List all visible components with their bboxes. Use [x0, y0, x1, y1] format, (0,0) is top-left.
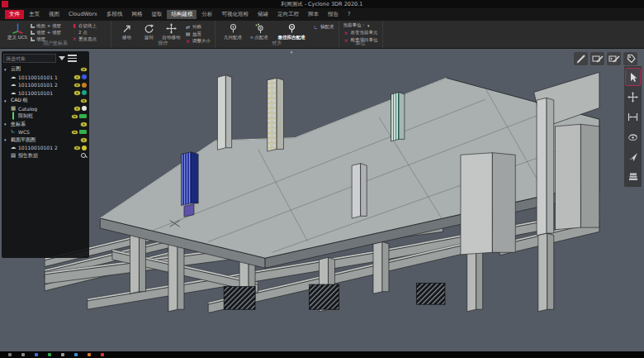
tab-mesh[interactable]: 网格 — [127, 10, 146, 19]
ucs-wall-wall-button[interactable]: 墙壁 + 墙壁 — [31, 29, 70, 36]
geometric-registration-button[interactable]: 几何配准 — [220, 22, 246, 41]
taskbar-icon[interactable] — [101, 353, 104, 356]
move-button[interactable]: 移动 — [116, 22, 138, 41]
visibility-eye-icon[interactable] — [81, 68, 87, 72]
taskbar-icon[interactable] — [48, 353, 51, 356]
tree-item-section-cloud[interactable]: 10110010101 2 — [3, 144, 88, 152]
filter-objects-input[interactable] — [3, 54, 56, 63]
tab-help[interactable]: ? — [343, 10, 354, 19]
filter-icon[interactable] — [59, 56, 65, 60]
auto-move-icon — [166, 23, 177, 34]
tree-item-cloud-1[interactable]: 10110010101 1 — [3, 74, 88, 82]
tag-button[interactable] — [623, 52, 637, 65]
visibility-eye-icon[interactable] — [74, 146, 80, 150]
collapse-caret-icon[interactable] — [4, 122, 9, 126]
magnifier-icon[interactable] — [81, 153, 87, 159]
tab-cloudworx[interactable]: CloudWorx — [64, 10, 102, 19]
color-dot[interactable] — [82, 74, 87, 79]
orbit-tool-button[interactable] — [625, 127, 641, 146]
tab-structure-modeling[interactable]: 结构建模 — [167, 10, 197, 19]
ribbon-group-label: 用户坐标系 — [0, 40, 111, 47]
color-dot[interactable] — [82, 83, 87, 88]
taskbar-icon[interactable] — [61, 353, 64, 356]
tab-polylines[interactable]: 多段线 — [102, 10, 127, 19]
visibility-eye-icon[interactable] — [81, 138, 87, 142]
mirror-button[interactable]: 对称 — [185, 24, 211, 30]
tree-item-report-data[interactable]: 报告数据 — [3, 152, 88, 160]
mirror-icon — [185, 25, 191, 30]
label-edit-alt-button[interactable] — [607, 52, 621, 65]
annotation-toolbar — [574, 52, 637, 65]
tab-file[interactable]: 文件 — [5, 10, 24, 19]
taskbar-icon[interactable] — [35, 353, 38, 356]
color-swatch[interactable] — [79, 114, 87, 118]
visibility-eye-icon[interactable] — [74, 84, 80, 88]
ucs-ground-wall-button[interactable]: 地面 + 墙壁 — [31, 22, 70, 29]
cloud-icon — [10, 90, 17, 96]
tree-group-clouds[interactable]: 云图 — [3, 65, 88, 74]
rotate-button[interactable]: 旋转 — [138, 22, 160, 41]
taskbar-icon[interactable] — [21, 353, 25, 356]
color-dot[interactable] — [82, 106, 87, 111]
os-taskbar[interactable] — [0, 351, 644, 358]
label-edit-button[interactable] — [590, 52, 604, 65]
ucs-on-cut-button[interactable]: 在切块上 — [72, 22, 107, 29]
menu-icon[interactable] — [68, 55, 77, 62]
tree-group-coordinate-systems[interactable]: 坐标系 — [3, 121, 88, 129]
collapse-caret-icon[interactable] — [4, 98, 9, 103]
ucs-two-points-button[interactable]: 2 点 — [72, 29, 107, 36]
tree-group-cad[interactable]: CAD 组 — [3, 97, 88, 105]
tab-alignment-engineering[interactable]: 定向工程 — [273, 10, 303, 19]
define-ucs-button[interactable]: 定义 UCS — [4, 22, 31, 41]
n-point-registration-button[interactable]: n 点配准 — [246, 22, 272, 41]
color-dot[interactable] — [82, 146, 87, 150]
visibility-eye-icon[interactable] — [72, 131, 78, 135]
tree-item-cloud-3[interactable]: 10110010101 — [3, 89, 88, 98]
change-current-unit-button[interactable]: 改变当前单元 — [343, 30, 378, 36]
taskbar-icon[interactable] — [74, 353, 78, 356]
visibility-eye-icon[interactable] — [74, 75, 80, 79]
tree-item-limit-box[interactable]: 限制框 — [3, 112, 88, 121]
visibility-eye-icon[interactable] — [81, 99, 87, 103]
current-unit-dropdown[interactable]: 当前单位： — [343, 22, 378, 28]
visibility-eye-icon[interactable] — [81, 122, 87, 126]
tree-item-wcs[interactable]: WCS — [3, 128, 88, 136]
ribbon: 定义 UCS 地面 + 墙壁 在切块上 墙壁 + 墙壁 2 点 墙壁 更改原点 … — [0, 21, 644, 49]
place-button[interactable]: 放置 — [185, 31, 211, 37]
axis-icon — [10, 129, 17, 135]
tree-group-label: 截面平面图 — [11, 136, 79, 144]
color-dot[interactable] — [82, 90, 87, 95]
tab-visual-inspection[interactable]: 可视化巡检 — [217, 10, 253, 19]
auto-move-button[interactable]: 自动移动 — [160, 22, 182, 41]
select-tool-button[interactable] — [625, 68, 641, 86]
visibility-eye-icon[interactable] — [74, 91, 80, 95]
tab-tank[interactable]: 储罐 — [253, 10, 272, 19]
rotate-icon — [144, 23, 154, 34]
ribbon-group-ucs: 定义 UCS 地面 + 墙壁 在切块上 墙壁 + 墙壁 2 点 墙壁 更改原点 … — [0, 21, 111, 48]
color-swatch[interactable] — [79, 130, 87, 134]
tree-item-cloud-2[interactable]: 10110010101 2 — [3, 81, 88, 89]
fly-tool-button[interactable] — [625, 147, 641, 165]
collapse-caret-icon[interactable] — [4, 137, 9, 142]
visibility-eye-icon[interactable] — [72, 115, 78, 119]
collapse-caret-icon[interactable] — [4, 67, 9, 72]
pan-tool-button[interactable] — [625, 88, 641, 106]
taskbar-icon[interactable] — [8, 353, 12, 356]
tab-report[interactable]: 报告 — [324, 10, 343, 19]
axis-registration-button[interactable]: 轴配准 — [313, 24, 334, 30]
tab-extract[interactable]: 提取 — [147, 10, 166, 19]
tree-group-section-views[interactable]: 截面平面图 — [3, 136, 88, 145]
tree-item-catalog[interactable]: Catalog — [3, 105, 88, 113]
layers-tool-button[interactable] — [625, 167, 641, 185]
fly-icon — [627, 151, 638, 162]
tab-analysis[interactable]: 分析 — [197, 10, 216, 19]
tab-home[interactable]: 主页 — [25, 10, 44, 19]
viewport-3d[interactable] — [0, 49, 644, 351]
measure-distance-tool-button[interactable] — [625, 107, 641, 126]
taskbar-icon[interactable] — [88, 353, 91, 356]
pen-icon — [575, 54, 586, 64]
tab-view[interactable]: 视图 — [45, 10, 64, 19]
visibility-eye-icon[interactable] — [74, 107, 80, 111]
measure-pen-button[interactable] — [574, 52, 588, 65]
tab-script[interactable]: 脚本 — [304, 10, 323, 19]
